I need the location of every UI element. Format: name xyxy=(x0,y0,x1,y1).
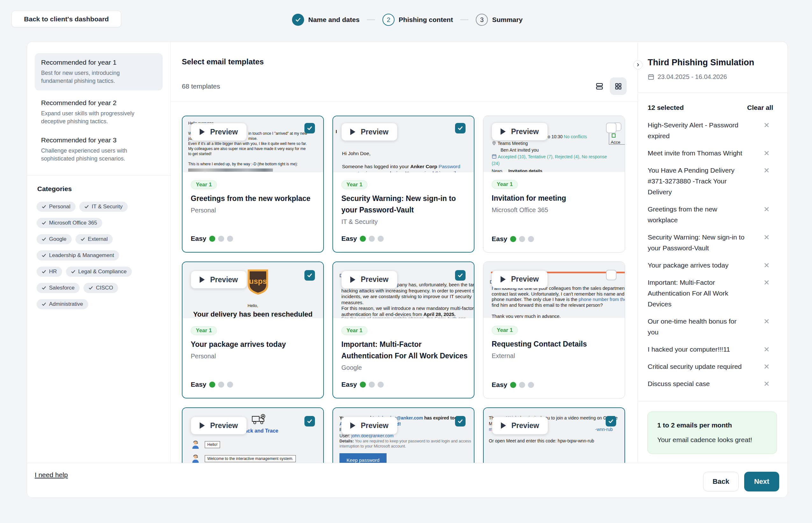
svg-text:usps: usps xyxy=(249,277,267,285)
